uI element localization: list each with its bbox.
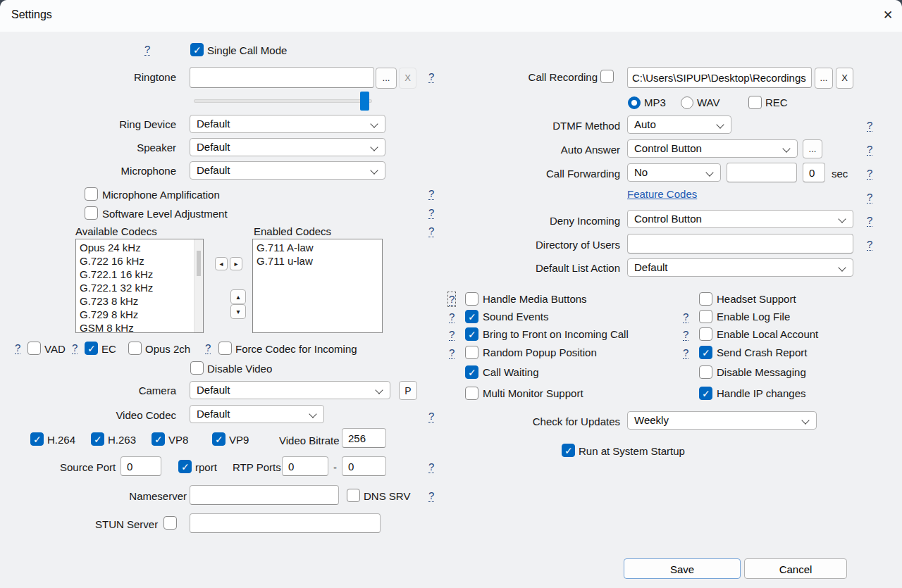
video-bitrate-input[interactable] — [342, 428, 386, 448]
enable-log-file-checkbox[interactable] — [699, 310, 712, 323]
help-nameserver[interactable]: ? — [428, 490, 434, 502]
disable-video-checkbox[interactable] — [190, 361, 204, 375]
ringtone-volume-slider-track[interactable] — [194, 99, 372, 103]
available-codec-item[interactable]: G.722.1 16 kHz — [76, 268, 203, 281]
help-mic-amplification[interactable]: ? — [428, 188, 434, 200]
random-popup-position-checkbox[interactable] — [465, 346, 478, 359]
rec-checkbox[interactable] — [748, 96, 762, 109]
speaker-select[interactable]: Default — [190, 138, 385, 156]
recording-browse-button[interactable]: ... — [815, 68, 833, 89]
software-level-checkbox[interactable] — [85, 206, 98, 220]
handle-ip-changes-checkbox[interactable] — [699, 387, 712, 400]
h263-checkbox[interactable] — [91, 432, 104, 446]
wav-radio[interactable] — [681, 96, 693, 109]
run-at-startup-checkbox[interactable] — [562, 444, 575, 457]
rtp-port-from-input[interactable] — [282, 456, 328, 476]
available-codec-item[interactable]: Opus 24 kHz — [76, 241, 203, 254]
help-right-2[interactable]: ? — [683, 329, 695, 340]
help-left-1[interactable]: ? — [449, 311, 461, 323]
call-waiting-checkbox[interactable] — [465, 365, 478, 379]
check-for-updates-select[interactable]: Weekly — [627, 411, 817, 430]
rport-checkbox[interactable] — [178, 460, 192, 473]
available-codec-item[interactable]: G.729 8 kHz — [76, 308, 203, 321]
help-ec[interactable]: ? — [72, 342, 78, 354]
help-left-2[interactable]: ? — [449, 329, 461, 340]
move-codec-right-icon[interactable]: ▸ — [230, 257, 242, 270]
help-right-1[interactable]: ? — [683, 311, 695, 323]
ringtone-browse-button[interactable]: ... — [376, 68, 397, 89]
source-port-input[interactable] — [121, 456, 161, 476]
single-call-mode-checkbox[interactable] — [190, 43, 204, 56]
help-rtp-ports[interactable]: ? — [428, 461, 434, 473]
help-left-3[interactable]: ? — [449, 347, 461, 358]
stun-server-input[interactable] — [190, 513, 381, 533]
move-codec-left-icon[interactable]: ◂ — [215, 257, 228, 270]
multi-monitor-support-checkbox[interactable] — [465, 387, 478, 400]
recording-clear-button[interactable]: X — [836, 68, 853, 89]
call-forwarding-seconds-input[interactable] — [803, 163, 825, 182]
headset-support-checkbox[interactable] — [699, 292, 712, 306]
microphone-select[interactable]: Default — [190, 161, 385, 180]
call-forwarding-number-input[interactable] — [727, 163, 797, 182]
stun-server-checkbox[interactable] — [163, 516, 177, 530]
bring-to-front-on-incoming-call-checkbox[interactable] — [465, 327, 478, 341]
help-ringtone[interactable]: ? — [428, 71, 434, 83]
help-vad[interactable]: ? — [15, 342, 20, 354]
close-icon[interactable]: ✕ — [878, 6, 898, 25]
camera-select[interactable]: Default — [190, 381, 390, 399]
deny-incoming-select[interactable]: Control Button — [627, 210, 853, 228]
available-codec-item[interactable]: G.723 8 kHz — [76, 294, 203, 308]
help-single-call-mode[interactable]: ? — [144, 44, 150, 56]
auto-answer-browse-button[interactable]: ... — [803, 139, 822, 158]
h264-checkbox[interactable] — [30, 432, 44, 446]
send-crash-report-checkbox[interactable] — [699, 346, 712, 359]
call-recording-checkbox[interactable] — [600, 70, 614, 83]
move-codec-up-icon[interactable]: ▴ — [230, 289, 246, 304]
help-dtmf[interactable]: ? — [867, 120, 872, 132]
call-forwarding-select[interactable]: No — [627, 163, 721, 182]
available-codec-item[interactable]: GSM 8 kHz — [76, 321, 203, 333]
available-codecs-list[interactable]: Opus 24 kHzG.722 16 kHzG.722.1 16 kHzG.7… — [75, 239, 204, 333]
sound-events-checkbox[interactable] — [465, 310, 478, 323]
enabled-codecs-list[interactable]: G.711 A-lawG.711 u-law — [252, 239, 383, 333]
help-software-level[interactable]: ? — [428, 207, 434, 219]
rtp-port-to-input[interactable] — [342, 456, 386, 476]
codec-list-scrollbar-thumb[interactable] — [197, 251, 201, 276]
available-codec-item[interactable]: G.722.1 32 kHz — [76, 281, 203, 294]
enable-local-account-checkbox[interactable] — [699, 327, 712, 341]
vp9-checkbox[interactable] — [212, 432, 226, 446]
default-list-action-select[interactable]: Default — [627, 258, 853, 277]
mic-amplification-checkbox[interactable] — [85, 187, 98, 201]
camera-preview-button[interactable]: P — [399, 381, 417, 400]
help-auto-answer[interactable]: ? — [867, 144, 872, 156]
handle-media-buttons-checkbox[interactable] — [465, 292, 478, 306]
mp3-radio[interactable] — [628, 96, 641, 109]
help-feature-codes[interactable]: ? — [867, 192, 872, 204]
nameserver-input[interactable] — [190, 485, 339, 505]
directory-of-users-input[interactable] — [627, 234, 853, 254]
force-codec-checkbox[interactable] — [218, 342, 232, 355]
dtmf-method-select[interactable]: Auto — [627, 115, 731, 134]
help-call-forwarding[interactable]: ? — [867, 168, 872, 180]
save-button[interactable]: Save — [624, 558, 741, 579]
codec-list-scrollbar[interactable] — [194, 239, 203, 332]
ringtone-volume-slider-thumb[interactable] — [360, 92, 369, 111]
enabled-codec-item[interactable]: G.711 A-law — [253, 241, 382, 254]
ringtone-clear-button[interactable]: X — [399, 68, 416, 89]
vad-checkbox[interactable] — [27, 342, 41, 355]
video-codec-select[interactable]: Default — [190, 405, 324, 423]
enabled-codec-item[interactable]: G.711 u-law — [253, 254, 382, 268]
dns-srv-checkbox[interactable] — [347, 489, 360, 502]
help-codecs[interactable]: ? — [428, 225, 434, 237]
help-video-codec[interactable]: ? — [428, 411, 434, 423]
feature-codes-link[interactable]: Feature Codes — [627, 188, 697, 200]
recording-path-input[interactable] — [627, 67, 812, 88]
help-deny-incoming[interactable]: ? — [867, 215, 872, 227]
opus-2ch-checkbox[interactable] — [128, 342, 142, 355]
help-left-0[interactable]: ? — [449, 294, 461, 305]
available-codec-item[interactable]: G.722 16 kHz — [76, 254, 203, 268]
cancel-button[interactable]: Cancel — [744, 558, 847, 579]
auto-answer-select[interactable]: Control Button — [627, 139, 798, 158]
ring-device-select[interactable]: Default — [190, 115, 385, 133]
ringtone-input[interactable] — [190, 67, 374, 88]
